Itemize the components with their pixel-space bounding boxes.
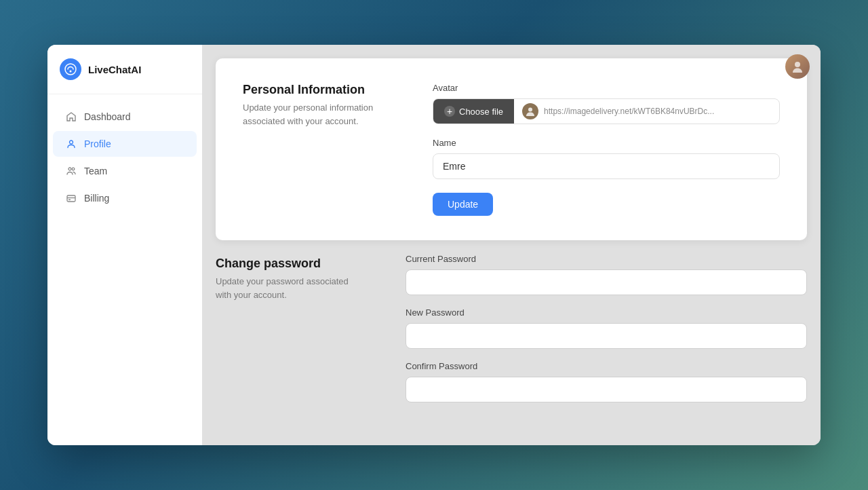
password-section: Change password Update your password ass… — [202, 254, 821, 428]
sidebar-item-dashboard-label: Dashboard — [84, 111, 131, 122]
confirm-password-label: Confirm Password — [406, 361, 807, 371]
svg-point-9 — [528, 108, 532, 112]
sidebar-item-team[interactable]: Team — [53, 158, 197, 184]
update-button[interactable]: Update — [433, 193, 493, 216]
sidebar: LiveChatAI Dashboard Profile — [47, 45, 202, 445]
confirm-password-input[interactable] — [406, 377, 807, 402]
avatar-url-display: https://imagedelivery.net/kWT6BK84nvUBrD… — [514, 103, 779, 119]
choose-file-label: Choose file — [459, 107, 503, 117]
avatar-url-text: https://imagedelivery.net/kWT6BK84nvUBrD… — [544, 107, 714, 116]
svg-point-4 — [72, 168, 75, 170]
password-right: Current Password New Password Confirm Pa… — [406, 254, 807, 415]
sidebar-item-team-label: Team — [84, 166, 107, 176]
avatar[interactable] — [785, 54, 810, 79]
svg-point-3 — [68, 168, 71, 170]
sidebar-item-profile-label: Profile — [84, 138, 111, 149]
svg-point-2 — [70, 140, 73, 144]
sidebar-nav: Dashboard Profile — [47, 94, 202, 445]
sidebar-item-billing[interactable]: Billing — [53, 185, 197, 211]
name-group: Name — [433, 138, 780, 179]
avatar-upload: + Choose file https://im — [433, 98, 780, 124]
avatar-inner — [785, 54, 810, 79]
personal-info-desc: Update your personal information associa… — [243, 101, 392, 128]
new-password-group: New Password — [406, 307, 807, 349]
sidebar-item-profile[interactable]: Profile — [53, 131, 197, 157]
avatar-label: Avatar — [433, 83, 780, 93]
password-left: Change password Update your password ass… — [216, 254, 365, 415]
team-icon — [65, 165, 77, 177]
billing-icon — [65, 192, 77, 204]
new-password-label: New Password — [406, 307, 807, 318]
home-icon — [65, 111, 77, 123]
topbar — [774, 45, 821, 88]
confirm-password-group: Confirm Password — [406, 361, 807, 402]
main-content: Personal Information Update your persona… — [202, 45, 821, 445]
card-right: Avatar + Choose file — [433, 83, 780, 216]
sidebar-item-dashboard[interactable]: Dashboard — [53, 104, 197, 130]
personal-info-card: Personal Information Update your persona… — [216, 58, 807, 240]
name-input[interactable] — [433, 153, 780, 179]
personal-info-title: Personal Information — [243, 83, 392, 97]
sidebar-item-billing-label: Billing — [84, 193, 109, 204]
svg-point-0 — [65, 64, 76, 75]
svg-rect-7 — [68, 200, 71, 201]
plus-icon: + — [444, 106, 455, 117]
card-left: Personal Information Update your persona… — [243, 83, 392, 216]
profile-icon — [65, 138, 77, 150]
svg-point-8 — [795, 62, 800, 67]
choose-file-button[interactable]: + Choose file — [433, 99, 514, 124]
app-name: LiveChatAI — [88, 64, 141, 75]
new-password-input[interactable] — [406, 323, 807, 349]
name-label: Name — [433, 138, 780, 148]
svg-point-1 — [70, 71, 72, 73]
sidebar-header: LiveChatAI — [47, 45, 202, 94]
current-password-group: Current Password — [406, 254, 807, 295]
avatar-group: Avatar + Choose file — [433, 83, 780, 124]
current-password-input[interactable] — [406, 269, 807, 295]
change-password-title: Change password — [216, 257, 365, 271]
change-password-desc: Update your password associated with you… — [216, 275, 365, 301]
svg-rect-5 — [67, 195, 75, 202]
current-password-label: Current Password — [406, 254, 807, 264]
avatar-preview — [522, 103, 538, 119]
logo-icon — [60, 58, 81, 80]
